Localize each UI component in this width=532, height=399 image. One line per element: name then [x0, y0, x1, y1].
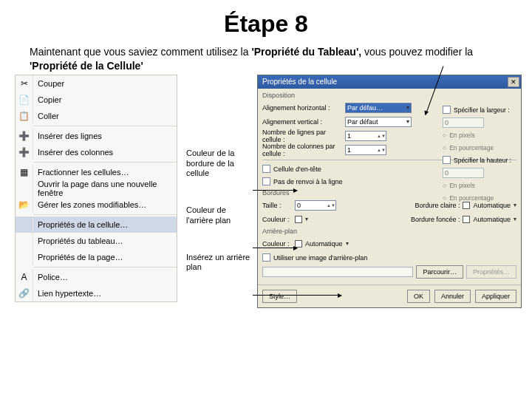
browse-button[interactable]: Parcourir… [416, 265, 463, 279]
split-icon: ▦ [16, 164, 33, 180]
menu-item-cut[interactable]: ✂Couper [16, 75, 177, 92]
menu-item-paste[interactable]: 📋Coller [16, 108, 177, 124]
chevron-down-icon[interactable]: ▾ [514, 216, 516, 222]
header-cell-checkbox[interactable] [262, 165, 270, 173]
bg-color-label: Couleur : [262, 240, 292, 248]
halign-select[interactable]: Par défau…▾ [345, 103, 412, 113]
pixels-radio[interactable]: En pixels [449, 132, 475, 139]
spinner-icon[interactable]: ▲▼ [377, 148, 384, 152]
menu-item-hyperlink[interactable]: 🔗Lien hypertexte… [16, 285, 177, 301]
no-wrap-label: Pas de renvoi à la ligne [273, 178, 343, 185]
menu-item-editable-zones[interactable]: 📂Gérer les zones modifiables… [16, 197, 177, 213]
menu-label: Copier [33, 95, 172, 104]
auto-label: Automatique [305, 240, 343, 248]
blank-icon [16, 233, 33, 249]
menu-label: Insérer des colonnes [33, 148, 172, 157]
no-wrap-checkbox[interactable] [262, 177, 270, 185]
menu-item-insert-rows[interactable]: ➕Insérer des lignes [16, 128, 177, 144]
rows-label: Nombre de lignes par cellule : [262, 129, 342, 143]
menu-item-page-properties[interactable]: Propriétés de la page… [16, 249, 177, 265]
spec-width-checkbox[interactable] [443, 106, 451, 114]
spec-width-label: Spécifier la largeur : [454, 106, 510, 114]
apply-button[interactable]: Appliquer [475, 290, 516, 303]
font-icon: A [16, 269, 33, 285]
context-menu: ✂Couper 📄Copier 📋Coller ➕Insérer des lig… [15, 75, 177, 302]
scissors-icon: ✂ [16, 75, 33, 92]
dialog-title-text: Propriétés de la cellule [262, 78, 337, 86]
menu-item-open-new-window[interactable]: Ouvrir la page dans une nouvelle fenêtre [16, 180, 177, 197]
valign-value: Par défaut [347, 118, 378, 126]
chevron-down-icon[interactable]: ▾ [305, 216, 308, 222]
blank-icon [16, 216, 33, 233]
height-input[interactable]: 0 [443, 168, 484, 178]
bg-group-label: Arrière-plan [262, 228, 516, 235]
close-button[interactable]: ✕ [508, 77, 519, 87]
auto-label: Automatique [473, 216, 511, 223]
percent-radio-h[interactable]: En pourcentage [449, 194, 494, 202]
menu-item-copy[interactable]: 📄Copier [16, 92, 177, 108]
annotation-bg-color: Couleur de l'arrière plan [186, 205, 253, 226]
menu-label: Coller [33, 112, 172, 120]
use-bg-img-checkbox[interactable] [262, 253, 270, 262]
rows-value: 1 [347, 132, 351, 140]
intro-prefix: Maintenant que vous saviez comment utili… [30, 46, 251, 58]
border-size-input[interactable]: 0▲▼ [295, 200, 336, 211]
menu-separator [33, 162, 177, 163]
spinner-icon[interactable]: ▲▼ [327, 203, 334, 208]
blank-icon [16, 249, 33, 265]
percent-radio[interactable]: En pourcentage [449, 144, 494, 151]
annotation-insert-bg: Insérez un arrière plan [186, 253, 253, 273]
width-input[interactable]: 0 [443, 117, 484, 128]
spec-height-label: Spécifier la hauteur : [454, 157, 511, 164]
border-dark-label: Bordure foncée : [411, 216, 460, 223]
annotation-cell-border: Couleur de la bordure de la cellule [186, 149, 253, 179]
menu-item-insert-cols[interactable]: ➕Insérer des colonnes [16, 144, 177, 160]
menu-label: Couper [33, 79, 172, 88]
intro-bold1: 'Propriété du Tableau', [251, 46, 361, 58]
menu-label: Propriétés de la page… [33, 253, 172, 262]
arrow-icon [253, 190, 297, 191]
valign-select[interactable]: Par défaut▾ [345, 117, 412, 127]
pixels-radio-h[interactable]: En pixels [449, 182, 475, 189]
header-cell-label: Cellule d'en-tête [273, 166, 321, 173]
spec-height-checkbox[interactable] [443, 156, 451, 164]
border-dark-color[interactable] [463, 216, 470, 223]
menu-label: Ouvrir la page dans une nouvelle fenêtre [33, 180, 172, 197]
style-button[interactable]: Style… [262, 290, 297, 303]
height-value: 0 [445, 169, 449, 177]
menu-label: Fractionner les cellules… [33, 168, 172, 177]
menu-label: Propriétés de la cellule… [33, 220, 172, 229]
border-color-chip[interactable] [295, 216, 302, 223]
window-icon [16, 180, 33, 197]
dialog-titlebar[interactable]: Propriétés de la cellule ✕ [258, 75, 521, 89]
arrow-icon [253, 248, 297, 248]
insert-row-icon: ➕ [16, 128, 33, 144]
ok-button[interactable]: OK [407, 290, 430, 303]
menu-item-split-cells[interactable]: ▦Fractionner les cellules… [16, 164, 177, 180]
copy-icon: 📄 [16, 92, 33, 108]
border-size-label: Taille : [262, 202, 292, 209]
chevron-down-icon[interactable]: ▾ [346, 240, 349, 247]
layout-group-label: Disposition [262, 92, 516, 99]
cols-label: Nombre de colonnes par cellule : [262, 143, 342, 157]
menu-label: Police… [33, 273, 172, 282]
menu-item-cell-properties[interactable]: Propriétés de la cellule… [16, 216, 177, 233]
cols-value: 1 [347, 146, 351, 154]
bg-img-path-input[interactable] [262, 267, 413, 277]
menu-label: Insérer des lignes [33, 132, 172, 140]
menu-label: Propriétés du tableau… [33, 236, 172, 245]
cancel-button[interactable]: Annuler [434, 290, 471, 303]
cols-input[interactable]: 1▲▼ [345, 145, 386, 155]
paste-icon: 📋 [16, 108, 33, 124]
menu-separator [33, 267, 177, 267]
intro-text: Maintenant que vous saviez comment utili… [30, 45, 502, 73]
menu-item-font[interactable]: APolice… [16, 269, 177, 285]
menu-item-table-properties[interactable]: Propriétés du tableau… [16, 233, 177, 249]
border-size-value: 0 [297, 202, 301, 209]
intro-bold2: 'Propriété de la Cellule' [30, 60, 143, 72]
menu-label: Lien hypertexte… [33, 289, 172, 298]
page-title: Étape 8 [0, 10, 532, 38]
properties-button[interactable]: Propriétés… [466, 265, 516, 279]
rows-input[interactable]: 1▲▼ [345, 131, 386, 141]
spinner-icon[interactable]: ▲▼ [377, 134, 384, 138]
